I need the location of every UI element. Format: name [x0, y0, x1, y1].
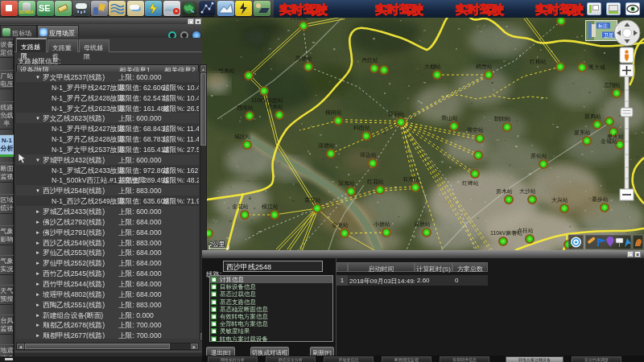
svg-text:卫星: 卫星 [604, 32, 613, 38]
svg-text:标注: 标注 [597, 23, 608, 29]
svg-text:2公里: 2公里 [209, 241, 225, 248]
